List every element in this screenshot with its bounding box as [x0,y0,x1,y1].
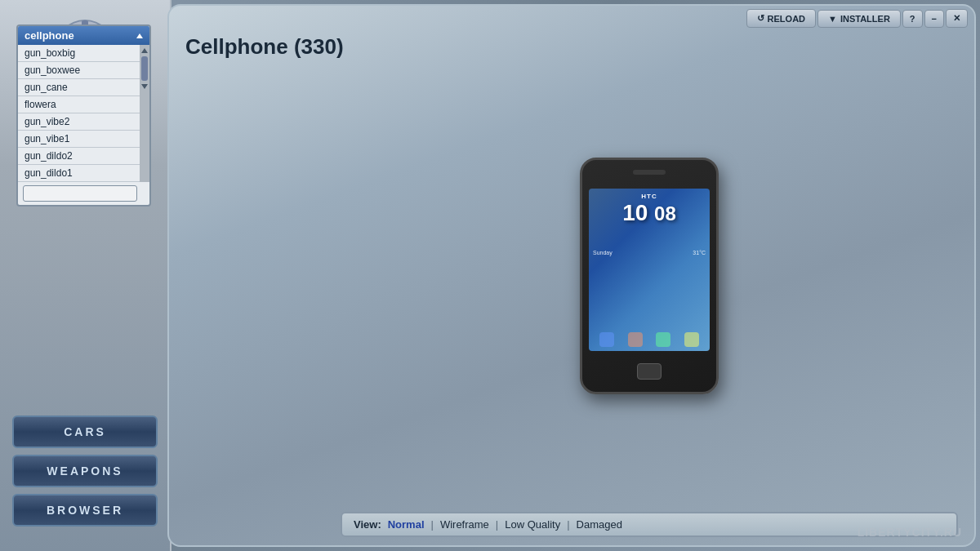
weapons-button[interactable]: WEAPONS [12,455,158,487]
list-container: gun_boxbig gun_boxwee gun_cane flowera g… [18,45,149,182]
search-input[interactable] [23,185,137,202]
list-item[interactable]: gun_dildo2 [18,148,140,165]
reload-icon: ↺ [757,13,764,24]
scroll-down-arrow[interactable] [141,84,148,89]
sidebar: gtaGarage mod manager cellphone gun_boxb… [0,0,172,551]
separator-3: | [567,518,569,531]
view-low-quality[interactable]: Low Quality [505,518,560,531]
installer-button[interactable]: ▼ INSTALLER [817,10,901,28]
list-item[interactable]: gun_vibe1 [18,131,140,148]
watermark: LIBERTYCITY.RU [858,526,962,539]
nav-buttons: CARS WEAPONS BROWSER [12,415,158,527]
help-button[interactable]: ? [902,10,923,28]
phone-speaker [633,170,666,175]
app-icon-3 [656,332,670,347]
scrollbar-track [140,45,149,182]
preview-area: HTC 10 08 Sunday 31°C [341,71,958,504]
separator-1: | [431,518,434,531]
list-selected-item: cellphone [24,29,74,42]
phone-app-icons [589,332,710,347]
screen-content: HTC 10 08 Sunday 31°C [589,189,710,351]
cars-button[interactable]: CARS [12,415,158,448]
list-item[interactable]: gun_boxwee [18,62,140,79]
phone-body: HTC 10 08 Sunday 31°C [580,158,719,394]
list-header: cellphone [18,26,149,45]
app-icon-4 [684,332,699,347]
reload-button[interactable]: ↺ RELOAD [746,9,816,28]
app-icon-1 [599,332,614,347]
view-label: View: [354,518,381,531]
list-item[interactable]: gun_dildo1 [18,165,140,182]
list-scroll-up[interactable] [136,33,143,38]
app-icon-2 [628,332,643,347]
main-content: ↺ RELOAD ▼ INSTALLER ? − ✕ Cellphone (33… [167,4,976,547]
list-item[interactable]: flowera [18,96,140,113]
list-item[interactable]: gun_vibe2 [18,113,140,131]
reload-label: RELOAD [768,14,805,24]
minimize-button[interactable]: − [924,10,944,28]
view-wireframe[interactable]: Wireframe [440,518,489,531]
installer-label: INSTALLER [840,14,890,24]
search-area [23,185,145,202]
content-title: Cellphone (330) [185,34,344,60]
close-button[interactable]: ✕ [946,9,968,28]
clock-display: 10 08 [622,200,676,225]
scroll-up-arrow[interactable] [141,48,148,53]
view-damaged[interactable]: Damaged [577,518,622,531]
weather-left: Sunday [593,250,612,256]
phone-home-button [637,363,662,380]
top-bar: ↺ RELOAD ▼ INSTALLER ? − ✕ [740,6,974,31]
weather-right: 31°C [693,250,706,256]
installer-icon: ▼ [828,14,837,24]
separator-2: | [496,518,498,531]
phone-screen: HTC 10 08 Sunday 31°C [589,189,710,351]
phone-preview: HTC 10 08 Sunday 31°C [568,158,731,419]
list-scroll-area: gun_boxbig gun_boxwee gun_cane flowera g… [18,45,140,182]
phone-weather: Sunday 31°C [593,250,706,256]
mod-list-panel: cellphone gun_boxbig gun_boxwee gun_cane… [16,24,151,207]
scroll-thumb[interactable] [141,56,148,81]
list-item[interactable]: gun_boxbig [18,45,140,62]
browser-button[interactable]: BROWSER [12,494,158,527]
list-item[interactable]: gun_cane [18,79,140,96]
view-normal[interactable]: Normal [388,518,425,531]
phone-clock: 10 08 [589,197,710,227]
